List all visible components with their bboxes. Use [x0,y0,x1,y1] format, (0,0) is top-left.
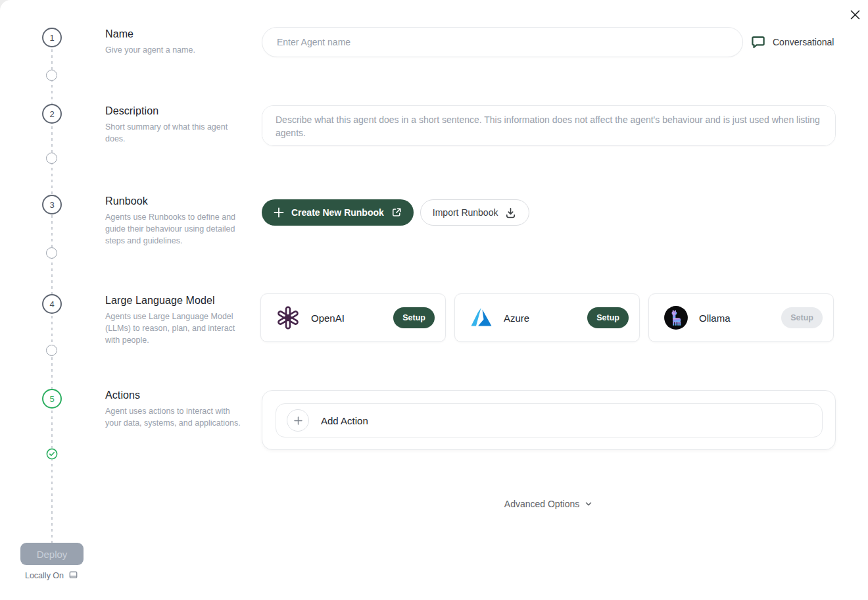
section-label-description: Description Short summary of what this a… [105,105,242,145]
step-indicator-2: 2 [42,104,62,124]
runbook-buttons: Create New Runbook Import Runbook [262,199,529,226]
step-indicator-5: 5 [42,389,62,409]
step-midpoint-dot [46,345,57,356]
ollama-logo [663,305,688,330]
create-runbook-label: Create New Runbook [291,207,384,218]
step-indicator-4: 4 [42,294,62,314]
openai-logo [276,305,301,330]
step-indicator-3: 3 [42,195,62,214]
section-title: Description [105,105,242,117]
chevron-down-icon [584,499,593,509]
agent-description-input[interactable] [262,105,836,146]
advanced-options-toggle[interactable]: Advanced Options [262,499,836,509]
laptop-icon [68,570,79,581]
import-runbook-label: Import Runbook [433,207,498,218]
step-midpoint-dot [46,153,57,164]
llm-provider-cards: OpenAI Setup Azure Setup [260,293,834,342]
section-label-runbook: Runbook Agents use Runbooks to define an… [105,195,242,247]
step-number: 4 [49,299,54,309]
section-label-name: Name Give your agent a name. [105,28,242,57]
agent-name-input[interactable] [262,27,743,57]
step-number: 1 [49,33,54,43]
section-description: Agents use Large Language Model (LLMs) t… [105,311,242,346]
deploy-target-label: Locally On [0,570,104,581]
llm-provider-name: Ollama [699,312,731,324]
import-runbook-button[interactable]: Import Runbook [420,199,530,226]
section-title: Large Language Model [105,295,242,307]
llm-card-ollama[interactable]: Ollama Setup [648,293,834,342]
azure-logo [470,306,493,330]
step-indicator-1: 1 [42,28,62,47]
download-icon [504,207,517,219]
step-complete-check [46,448,58,460]
section-title: Runbook [105,195,242,207]
openai-setup-button[interactable]: Setup [393,307,435,328]
create-runbook-button[interactable]: Create New Runbook [262,199,414,226]
advanced-options-label: Advanced Options [504,499,579,509]
section-description: Agents use Runbooks to define and guide … [105,212,242,247]
deploy-target-text: Locally On [25,571,64,580]
section-description: Agent uses actions to interact with your… [105,406,242,430]
section-label-actions: Actions Agent uses actions to interact w… [105,389,242,430]
deploy-button[interactable]: Deploy [20,543,84,565]
create-agent-modal: 1 2 3 4 5 Name Give your agent a name. D… [0,0,868,600]
plus-icon [273,207,285,218]
llm-card-azure[interactable]: Azure Setup [454,293,640,342]
step-midpoint-dot [46,70,57,81]
add-action-label: Add Action [321,415,368,426]
add-action-button[interactable]: Add Action [276,403,823,438]
step-number: 5 [49,394,54,404]
close-icon[interactable] [847,7,863,22]
agent-type-badge: Conversational [750,34,834,50]
agent-type-label: Conversational [773,37,834,47]
step-number: 2 [49,109,54,119]
ollama-setup-button: Setup [781,307,823,328]
llm-provider-name: OpenAI [311,312,345,324]
actions-container: Add Action [262,390,836,450]
section-label-llm: Large Language Model Agents use Large La… [105,295,242,346]
section-description: Give your agent a name. [105,45,242,57]
section-description: Short summary of what this agent does. [105,122,242,145]
llm-card-openai[interactable]: OpenAI Setup [260,293,446,342]
check-icon [46,448,58,460]
section-title: Actions [105,389,242,401]
chat-bubble-icon [750,34,766,50]
section-title: Name [105,28,242,40]
plus-icon [287,409,309,432]
external-link-icon [391,207,402,218]
step-number: 3 [49,200,54,210]
azure-setup-button[interactable]: Setup [587,307,629,328]
step-midpoint-dot [46,247,57,259]
llm-provider-name: Azure [504,312,529,324]
